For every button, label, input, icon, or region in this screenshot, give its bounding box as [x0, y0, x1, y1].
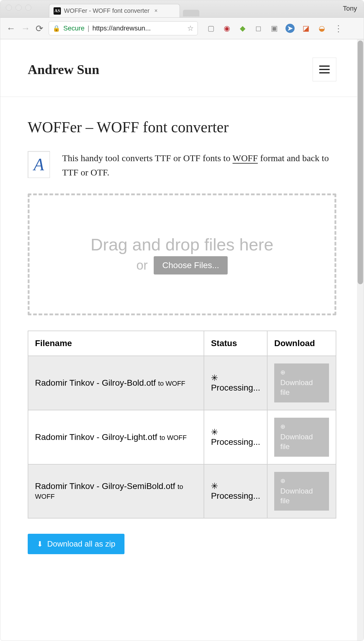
- profile-name[interactable]: Tony: [343, 5, 357, 12]
- page-body: Andrew Sun WOFFer – WOFF font converter …: [0, 39, 364, 572]
- status-text: Processing...: [211, 437, 260, 447]
- cell-status: ✳Processing...: [204, 464, 267, 519]
- browser-tab[interactable]: AS WOFFer - WOFF font converter ×: [49, 4, 180, 17]
- download-file-label: Download file: [280, 486, 323, 506]
- address-bar[interactable]: 🔒 Secure | https://andrewsun... ☆: [49, 21, 198, 35]
- window-close-icon[interactable]: [6, 5, 12, 11]
- page-title: WOFFer – WOFF font converter: [28, 118, 336, 136]
- convert-to-label: to WOFF: [159, 434, 187, 441]
- convert-to-label: to WOFF: [158, 380, 185, 387]
- hamburger-icon: [319, 69, 330, 70]
- download-arrow-icon: ⊕: [280, 423, 323, 431]
- secure-label: Secure: [63, 24, 85, 32]
- status-text: Processing...: [211, 491, 260, 501]
- cell-status: ✳Processing...: [204, 356, 267, 410]
- table-header-row: Filename Status Download: [28, 331, 336, 356]
- table-row: Radomir Tinkov - Gilroy-Bold.otf to WOFF…: [28, 356, 336, 410]
- cell-filename: Radomir Tinkov - Gilroy-Bold.otf to WOFF: [28, 356, 204, 410]
- cell-download: ⊕Download file: [267, 356, 336, 410]
- browser-tab-strip: AS WOFFer - WOFF font converter × Tony: [0, 0, 364, 17]
- extension-office-icon[interactable]: ◪: [301, 24, 310, 33]
- spinner-icon: ✳: [211, 374, 218, 382]
- window-zoom-icon[interactable]: [25, 5, 31, 11]
- file-dropzone[interactable]: Drag and drop files here or Choose Files…: [28, 193, 336, 315]
- cell-download: ⊕Download file: [267, 464, 336, 519]
- extension-eye-icon[interactable]: ◆: [238, 24, 247, 33]
- new-tab-button[interactable]: [183, 10, 199, 16]
- download-file-button[interactable]: ⊕Download file: [274, 363, 329, 402]
- site-header: Andrew Sun: [0, 39, 364, 97]
- extension-icons: ▢ ◉ ◆ ◻ ▣ ➤ ◪ ◒: [206, 24, 326, 33]
- forward-button[interactable]: →: [21, 23, 30, 34]
- table-row: Radomir Tinkov - Gilroy-Light.otf to WOF…: [28, 410, 336, 464]
- browser-menu-icon[interactable]: ⋮: [334, 23, 343, 34]
- woff-link[interactable]: WOFF: [233, 153, 258, 164]
- tab-close-icon[interactable]: ×: [154, 8, 158, 14]
- site-brand[interactable]: Andrew Sun: [28, 62, 99, 77]
- font-thumbnail-icon: A: [28, 151, 50, 178]
- download-file-button[interactable]: ⊕Download file: [274, 418, 329, 457]
- nav-menu-button[interactable]: [313, 58, 336, 81]
- extension-pinterest-icon[interactable]: ◉: [222, 24, 231, 33]
- intro-text: This handy tool converts TTF or OTF font…: [62, 151, 336, 179]
- extension-viewport-icon[interactable]: ▢: [206, 24, 215, 33]
- download-file-label: Download file: [280, 432, 323, 452]
- filename-text: Radomir Tinkov - Gilroy-Bold.otf: [35, 378, 156, 388]
- download-file-button[interactable]: ⊕Download file: [274, 472, 329, 511]
- browser-toolbar: ← → ⟳ 🔒 Secure | https://andrewsun... ☆ …: [0, 17, 364, 39]
- download-all-zip-button[interactable]: ⬇ Download all as zip: [28, 534, 124, 554]
- tab-title: WOFFer - WOFF font converter: [64, 7, 149, 14]
- intro-text-prefix: This handy tool converts TTF or OTF font…: [62, 153, 233, 163]
- table-row: Radomir Tinkov - Gilroy-SemiBold.otf to …: [28, 464, 336, 519]
- files-table: Filename Status Download Radomir Tinkov …: [28, 331, 336, 519]
- th-download: Download: [267, 331, 336, 356]
- lock-icon: 🔒: [53, 25, 60, 32]
- extension-frame-icon[interactable]: ▣: [270, 24, 279, 33]
- download-file-label: Download file: [280, 378, 323, 398]
- window-minimize-icon[interactable]: [16, 5, 22, 11]
- url-separator: |: [88, 24, 89, 32]
- spinner-icon: ✳: [211, 428, 218, 437]
- extension-compass-icon[interactable]: ➤: [285, 24, 295, 33]
- url-text: https://andrewsun...: [92, 24, 184, 32]
- main-content: WOFFer – WOFF font converter A This hand…: [0, 97, 364, 554]
- window-controls: [6, 5, 31, 11]
- download-arrow-icon: ⊕: [280, 368, 323, 377]
- download-arrow-icon: ⊕: [280, 477, 323, 485]
- dropzone-or-label: or: [136, 258, 148, 273]
- extension-camera-icon[interactable]: ◻: [254, 24, 263, 33]
- zip-button-label: Download all as zip: [47, 539, 115, 549]
- page-viewport: Andrew Sun WOFFer – WOFF font converter …: [0, 39, 364, 641]
- scrollbar-track[interactable]: [357, 39, 364, 641]
- extension-buffer-icon[interactable]: ◒: [317, 24, 326, 33]
- status-text: Processing...: [211, 383, 260, 392]
- scrollbar-thumb[interactable]: [358, 41, 363, 284]
- intro-section: A This handy tool converts TTF or OTF fo…: [28, 151, 336, 179]
- cell-download: ⊕Download file: [267, 410, 336, 464]
- th-status: Status: [204, 331, 267, 356]
- choose-files-button[interactable]: Choose Files...: [154, 256, 228, 274]
- th-filename: Filename: [28, 331, 204, 356]
- reload-button[interactable]: ⟳: [36, 23, 43, 34]
- back-button[interactable]: ←: [6, 23, 16, 34]
- download-icon: ⬇: [37, 540, 43, 548]
- cell-status: ✳Processing...: [204, 410, 267, 464]
- favicon-icon: AS: [54, 7, 61, 15]
- cell-filename: Radomir Tinkov - Gilroy-Light.otf to WOF…: [28, 410, 204, 464]
- bookmark-star-icon[interactable]: ☆: [187, 24, 194, 33]
- cell-filename: Radomir Tinkov - Gilroy-SemiBold.otf to …: [28, 464, 204, 519]
- spinner-icon: ✳: [211, 482, 218, 490]
- filename-text: Radomir Tinkov - Gilroy-Light.otf: [35, 432, 157, 442]
- filename-text: Radomir Tinkov - Gilroy-SemiBold.otf: [35, 481, 175, 491]
- dropzone-headline: Drag and drop files here: [91, 235, 274, 254]
